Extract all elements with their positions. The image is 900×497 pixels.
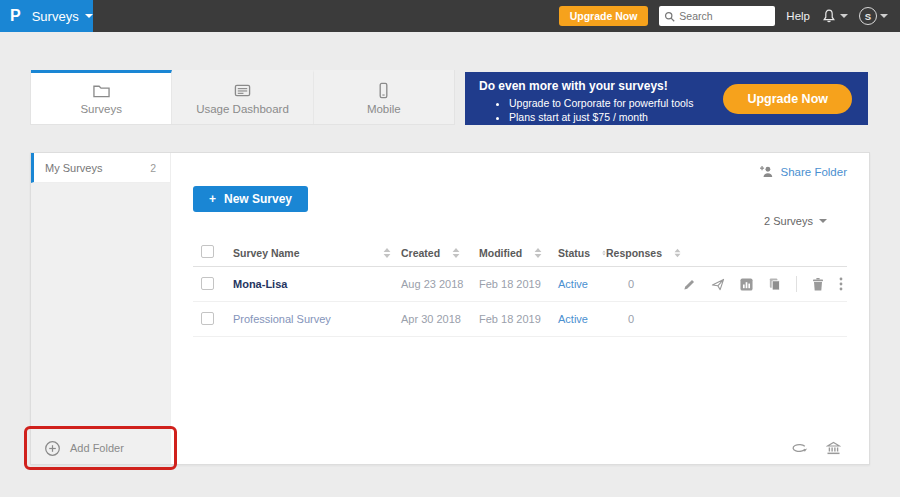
notifications-button[interactable] (821, 8, 848, 24)
promo-banner: Do even more with your surveys! Upgrade … (465, 72, 868, 125)
tab-label: Surveys (80, 103, 122, 115)
avatar: S (859, 7, 877, 25)
survey-name-link[interactable]: Professional Survey (233, 313, 401, 325)
sidebar-body: Add Folder (31, 183, 170, 464)
table-row: Mona-Lisa Aug 23 2018 Feb 18 2019 Active… (193, 267, 847, 302)
created-date: Apr 30 2018 (401, 313, 479, 325)
new-survey-label: New Survey (224, 192, 292, 206)
search-box[interactable] (659, 6, 775, 26)
chevron-down-icon (85, 14, 93, 18)
tab-usage-dashboard[interactable]: Usage Dashboard (172, 70, 313, 124)
share-folder-label: Share Folder (781, 166, 847, 178)
search-input[interactable] (679, 10, 767, 22)
surveys-count-label: 2 Surveys (764, 215, 813, 227)
select-all-checkbox[interactable] (201, 245, 214, 258)
surveys-panel: My Surveys 2 Add Folder Share Folde (30, 152, 870, 465)
tab-mobile[interactable]: Mobile (314, 70, 454, 124)
surveys-table: Survey Name Created Modified Status Resp… (193, 239, 847, 337)
chevron-down-icon (840, 14, 848, 18)
surveys-content: Share Folder + New Survey 2 Surveys Surv… (171, 153, 869, 464)
created-date: Aug 23 2018 (401, 278, 479, 290)
folder-label: My Surveys (45, 162, 102, 174)
help-link[interactable]: Help (786, 10, 810, 22)
tab-label: Usage Dashboard (196, 103, 289, 115)
actions-divider (796, 276, 797, 292)
upgrade-now-button[interactable]: Upgrade Now (559, 6, 649, 26)
modified-date: Feb 18 2019 (479, 278, 558, 290)
sort-icon (452, 248, 460, 258)
add-folder-button[interactable]: Add Folder (31, 432, 170, 464)
new-survey-button[interactable]: + New Survey (193, 186, 308, 212)
edit-pencil-icon[interactable] (683, 278, 696, 291)
product-switcher[interactable]: P Surveys (0, 0, 93, 32)
product-name: Surveys (32, 9, 79, 24)
surveys-count-dropdown[interactable]: 2 Surveys (764, 215, 827, 227)
header-status[interactable]: Status (558, 247, 606, 259)
copy-icon[interactable] (768, 277, 781, 291)
add-folder-label: Add Folder (70, 442, 124, 454)
table-header-row: Survey Name Created Modified Status Resp… (193, 239, 847, 267)
row-checkbox[interactable] (201, 312, 214, 325)
responses-count: 0 (606, 278, 681, 290)
responses-count: 0 (606, 313, 681, 325)
folders-sidebar: My Surveys 2 Add Folder (31, 153, 171, 464)
panel-footer-icons (791, 441, 841, 455)
archive-bank-icon[interactable] (826, 441, 841, 455)
sort-icon (383, 248, 391, 258)
sort-icon (674, 248, 681, 258)
banner-upgrade-button[interactable]: Upgrade Now (723, 84, 852, 114)
header-survey-name[interactable]: Survey Name (233, 247, 401, 259)
sidebar-item-my-surveys[interactable]: My Surveys 2 (31, 153, 170, 183)
tab-surveys[interactable]: Surveys (31, 70, 172, 124)
header-modified[interactable]: Modified (479, 247, 558, 259)
plus-circle-icon (44, 440, 61, 457)
chevron-down-icon (880, 14, 888, 18)
delete-trash-icon[interactable] (812, 277, 824, 291)
modified-date: Feb 18 2019 (479, 313, 558, 325)
topbar: P Surveys Upgrade Now Help S (0, 0, 900, 32)
folder-count-badge: 2 (150, 162, 156, 174)
header-responses[interactable]: Responses (606, 247, 681, 259)
plus-icon: + (209, 192, 216, 206)
status-badge: Active (558, 278, 606, 290)
chevron-down-icon (819, 219, 827, 223)
tab-label: Mobile (367, 103, 401, 115)
send-plane-icon[interactable] (711, 278, 725, 291)
restore-loop-icon[interactable] (791, 442, 808, 454)
table-row: Professional Survey Apr 30 2018 Feb 18 2… (193, 302, 847, 337)
search-icon (664, 11, 675, 22)
account-menu[interactable]: S (859, 7, 888, 25)
share-folder-link[interactable]: Share Folder (759, 165, 847, 178)
app-logo: P (10, 7, 21, 25)
more-dots-icon[interactable] (839, 277, 843, 291)
dashboard-icon (233, 82, 252, 99)
sort-icon (534, 248, 542, 258)
row-checkbox[interactable] (201, 277, 214, 290)
status-badge: Active (558, 313, 606, 325)
report-chart-icon[interactable] (740, 278, 753, 291)
mobile-icon (374, 82, 393, 99)
header-created[interactable]: Created (401, 247, 479, 259)
folder-icon (92, 82, 111, 99)
row-actions (681, 276, 847, 292)
tab-strip: Surveys Usage Dashboard Mobile (30, 70, 455, 125)
survey-name-link[interactable]: Mona-Lisa (233, 278, 401, 290)
share-person-icon (759, 165, 774, 178)
bell-icon (821, 8, 837, 24)
